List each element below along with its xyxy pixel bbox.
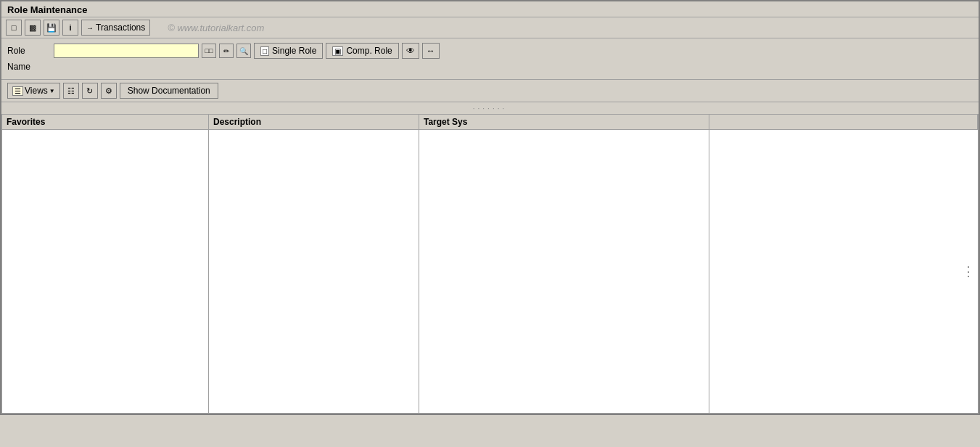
col-header-target-sys: Target Sys xyxy=(419,115,709,129)
name-row: Name xyxy=(7,62,973,72)
target-sys-column xyxy=(419,130,709,413)
refresh-icon: ↻ xyxy=(86,86,93,96)
transactions-button[interactable]: → Transactions xyxy=(81,20,150,36)
edit-icon: ✏ xyxy=(223,47,229,55)
name-label: Name xyxy=(7,62,51,72)
single-role-doc-icon: □ xyxy=(260,46,269,56)
save-icon: 💾 xyxy=(46,23,57,33)
single-role-label: Single Role xyxy=(272,46,316,56)
comp-role-button[interactable]: ▣ Comp. Role xyxy=(326,43,398,59)
change-icon: ↔ xyxy=(427,46,435,56)
show-documentation-label: Show Documentation xyxy=(128,86,210,96)
save-button[interactable]: 💾 xyxy=(44,20,59,36)
search-icon-button[interactable]: 🔍 xyxy=(236,44,251,58)
views-dropdown-icon: ▼ xyxy=(49,88,55,94)
role-row: Role □□ ✏ 🔍 □ Single Role ▣ Comp. Role 👁 xyxy=(7,43,973,59)
resize-handle[interactable]: ⋮ xyxy=(962,268,975,275)
settings-icon: ⚙ xyxy=(105,86,112,96)
filter-icon: ☷ xyxy=(67,86,75,96)
col-header-extra xyxy=(709,115,978,129)
copy-icon: □□ xyxy=(205,47,213,54)
delete-button[interactable]: ▩ xyxy=(25,20,41,36)
form-area: Role □□ ✏ 🔍 □ Single Role ▣ Comp. Role 👁 xyxy=(1,38,979,80)
views-page-icon: ☰ xyxy=(12,86,23,96)
show-documentation-button[interactable]: Show Documentation xyxy=(120,83,218,99)
extra-column: ⋮ xyxy=(709,130,978,413)
role-label: Role xyxy=(7,46,51,56)
new-icon: □ xyxy=(12,23,17,32)
separator-dots: ······· xyxy=(473,104,507,112)
favorites-column xyxy=(2,130,209,413)
table-area: Favorites Description Target Sys ⋮ xyxy=(1,114,979,414)
filter-button[interactable]: ☷ xyxy=(63,83,79,99)
edit-icon-button[interactable]: ✏ xyxy=(219,44,234,58)
search-icon: 🔍 xyxy=(239,47,248,55)
page-title: Role Maintenance xyxy=(7,4,88,15)
transactions-arrow-icon: → xyxy=(86,24,94,32)
watermark-text: © www.tutorialkart.com xyxy=(168,22,264,33)
info-button[interactable]: i xyxy=(62,20,78,36)
new-button[interactable]: □ xyxy=(6,20,22,36)
delete-icon: ▩ xyxy=(29,23,36,33)
refresh-button[interactable]: ↻ xyxy=(82,83,98,99)
views-label: Views xyxy=(25,86,48,96)
transactions-label: Transactions xyxy=(96,22,145,33)
col-header-favorites: Favorites xyxy=(2,115,209,129)
comp-role-label: Comp. Role xyxy=(346,46,392,56)
col-header-description: Description xyxy=(209,115,419,129)
change-button[interactable]: ↔ xyxy=(422,43,440,59)
copy-icon-button[interactable]: □□ xyxy=(202,44,216,58)
main-toolbar: □ ▩ 💾 i → Transactions © www.tutorialkar… xyxy=(1,17,979,38)
comp-role-doc-icon: ▣ xyxy=(332,46,343,56)
single-role-button[interactable]: □ Single Role xyxy=(254,43,323,59)
views-button[interactable]: ☰ Views ▼ xyxy=(7,83,60,99)
display-icon: 👁 xyxy=(406,46,415,56)
role-input[interactable] xyxy=(54,44,199,58)
table-header: Favorites Description Target Sys xyxy=(2,115,978,130)
action-toolbar: ☰ Views ▼ ☷ ↻ ⚙ Show Documentation xyxy=(1,80,979,102)
description-column xyxy=(209,130,419,413)
settings-button[interactable]: ⚙ xyxy=(101,83,117,99)
display-button[interactable]: 👁 xyxy=(402,43,419,59)
info-icon: i xyxy=(69,23,71,32)
